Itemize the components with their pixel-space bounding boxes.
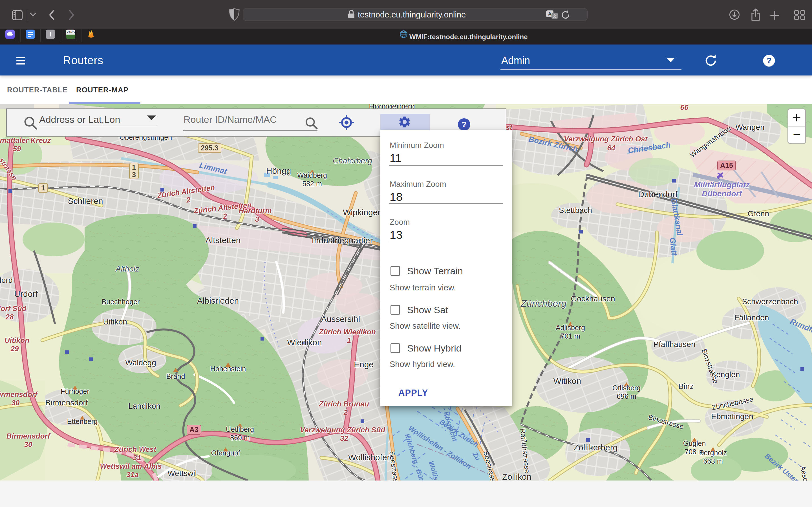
svg-text:A: A — [548, 11, 552, 17]
svg-text:文: 文 — [553, 14, 557, 18]
svg-text:?: ? — [767, 56, 772, 65]
svg-text:USDA: USDA — [66, 30, 75, 33]
svg-text:?: ? — [462, 120, 467, 129]
